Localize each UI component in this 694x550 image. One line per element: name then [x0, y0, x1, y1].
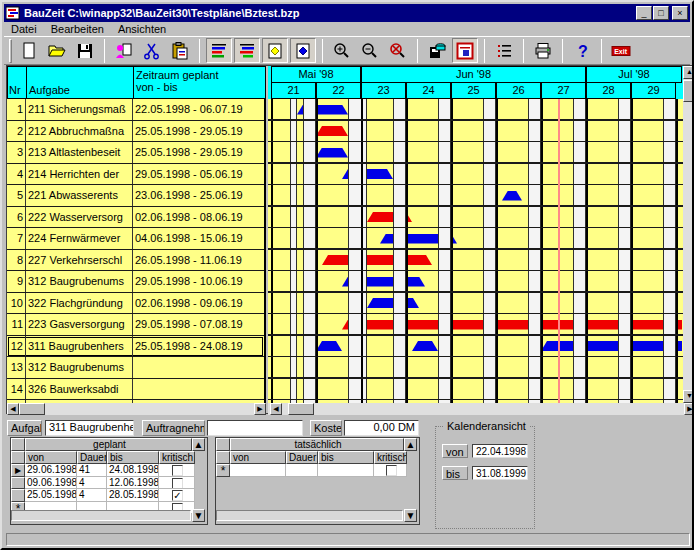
scroll-left-button[interactable]: ◀: [270, 403, 282, 415]
gantt-vertical-scrollbar[interactable]: ▲ ▼: [683, 66, 694, 403]
row-nr-cell[interactable]: 10: [7, 293, 26, 314]
grid-row-selector[interactable]: *: [216, 464, 230, 477]
aufgabe-input[interactable]: 311 Baugrubenherst: [45, 420, 134, 436]
row-zeitraum-cell[interactable]: 23.06.1998 - 25.06.19: [133, 185, 266, 206]
grid-horizontal-scrollbar[interactable]: [216, 510, 403, 521]
row-nr-cell[interactable]: 14: [7, 379, 26, 400]
row-aufgabe-cell[interactable]: 322 Flachgründung: [26, 293, 133, 314]
zoom-reset-button[interactable]: [385, 38, 411, 63]
menu-bearbeiten[interactable]: Bearbeiten: [44, 23, 111, 35]
row-nr-cell[interactable]: 11: [7, 314, 26, 335]
gantt-bar-blue[interactable]: [412, 341, 438, 351]
calendar-button[interactable]: [452, 38, 478, 63]
gantt-bar-red[interactable]: [322, 255, 432, 265]
gantt-bar-red[interactable]: [316, 126, 348, 136]
row-zeitraum-cell[interactable]: 25.05.1998 - 29.05.19: [133, 142, 266, 163]
grid-cell-dauer[interactable]: 4: [77, 489, 107, 502]
view-blue-diamond-button[interactable]: [290, 38, 316, 63]
row-aufgabe-cell[interactable]: 312 Baugrubenums: [26, 357, 133, 378]
row-aufgabe-cell[interactable]: 223 Gasversorgung: [26, 314, 133, 335]
zoom-out-button[interactable]: [357, 38, 383, 63]
table-row[interactable]: 1211 Sicherungsmaß22.05.1998 - 06.07.19: [7, 99, 264, 121]
maximize-button[interactable]: □: [653, 6, 669, 20]
row-aufgabe-cell[interactable]: 222 Wasserversorg: [26, 207, 133, 228]
row-aufgabe-cell[interactable]: 213 Altlastenbeseit: [26, 142, 133, 163]
close-button[interactable]: ×: [672, 6, 688, 20]
grid-cell-dauer[interactable]: [286, 464, 318, 477]
row-zeitraum-cell[interactable]: 29.05.1998 - 10.06.19: [133, 271, 266, 292]
table-row[interactable]: 9312 Baugrubenums29.05.1998 - 10.06.19: [7, 271, 264, 293]
exit-button[interactable]: Exit: [608, 38, 634, 63]
row-aufgabe-cell[interactable]: 227 Verkehrserschl: [26, 250, 133, 271]
grid-scroll-down-button[interactable]: ▼: [192, 509, 205, 522]
row-zeitraum-cell[interactable]: 29.05.1998 - 05.06.19: [133, 164, 266, 185]
kalender-von-input[interactable]: 22.04.1998: [472, 444, 528, 458]
save-file-button[interactable]: [72, 38, 98, 63]
gantt-bar-blue[interactable]: [541, 341, 682, 351]
table-row[interactable]: 11223 Gasversorgung29.05.1998 - 07.08.19: [7, 314, 264, 336]
grid-cell-von[interactable]: 25.05.1998: [25, 489, 77, 502]
row-zeitraum-cell[interactable]: 25.05.1998 - 24.08.19: [133, 336, 266, 357]
grid-scroll-up-button[interactable]: ▲: [192, 438, 205, 451]
row-zeitraum-cell[interactable]: 22.05.1998 - 06.07.19: [133, 99, 266, 120]
menu-ansichten[interactable]: Ansichten: [111, 23, 173, 35]
help-button[interactable]: ?: [569, 38, 595, 63]
grid-cell-dauer[interactable]: 41: [77, 464, 107, 477]
kosten-input[interactable]: 0,00 DM: [344, 420, 419, 436]
kritisch-checkbox[interactable]: [172, 465, 183, 476]
row-nr-cell[interactable]: 4: [7, 164, 26, 185]
row-nr-cell[interactable]: 2: [7, 121, 26, 142]
database-button[interactable]: [424, 38, 450, 63]
row-nr-cell[interactable]: 9: [7, 271, 26, 292]
row-aufgabe-cell[interactable]: 326 Bauwerksabdi: [26, 379, 133, 400]
zoom-in-button[interactable]: [329, 38, 355, 63]
row-nr-cell[interactable]: 3: [7, 142, 26, 163]
table-row[interactable]: 10322 Flachgründung02.06.1998 - 09.06.19: [7, 293, 264, 315]
table-row[interactable]: 13312 Baugrubenums: [7, 357, 264, 379]
grid-cell-bis[interactable]: 12.06.1998: [107, 477, 159, 490]
grid-cell-bis[interactable]: [318, 464, 374, 477]
grid-row-selector[interactable]: [11, 477, 25, 490]
grid-cell-bis[interactable]: 24.08.1998: [107, 464, 159, 477]
row-nr-cell[interactable]: 6: [7, 207, 26, 228]
title-bar[interactable]: BauZeit C:\winapp32\BauZeit30\Testpläne\…: [4, 4, 690, 22]
row-aufgabe-cell[interactable]: 214 Herrichten der: [26, 164, 133, 185]
grid-cell-dauer[interactable]: 4: [77, 477, 107, 490]
kritisch-checkbox[interactable]: [386, 465, 397, 476]
row-nr-cell[interactable]: 7: [7, 228, 26, 249]
scroll-right-button[interactable]: ▶: [254, 403, 266, 415]
gantt-bar-blue[interactable]: [502, 191, 522, 201]
view-planned-bars-button[interactable]: [206, 38, 232, 63]
row-zeitraum-cell[interactable]: [133, 379, 266, 400]
auftragnehmer-input[interactable]: [207, 420, 303, 436]
cut-button[interactable]: [139, 38, 165, 63]
paste-button[interactable]: [167, 38, 193, 63]
kalender-bis-input[interactable]: 31.08.1999: [472, 466, 528, 480]
table-horizontal-scrollbar[interactable]: ◀ ▶: [7, 403, 266, 415]
row-nr-cell[interactable]: 1: [7, 99, 26, 120]
table-row[interactable]: 4214 Herrichten der29.05.1998 - 05.06.19: [7, 164, 264, 186]
row-nr-cell[interactable]: 13: [7, 357, 26, 378]
view-yellow-diamond-button[interactable]: [262, 38, 288, 63]
view-actual-bars-button[interactable]: [234, 38, 260, 63]
row-zeitraum-cell[interactable]: 25.05.1998 - 29.05.19: [133, 121, 266, 142]
minimize-button[interactable]: _: [636, 6, 652, 20]
row-aufgabe-cell[interactable]: 221 Abwasserents: [26, 185, 133, 206]
row-zeitraum-cell[interactable]: 26.05.1998 - 11.06.19: [133, 250, 266, 271]
row-zeitraum-cell[interactable]: 29.05.1998 - 07.08.19: [133, 314, 266, 335]
row-aufgabe-cell[interactable]: 212 Abbruchmaßna: [26, 121, 133, 142]
scroll-up-button[interactable]: ▲: [683, 66, 694, 79]
gantt-bar-blue[interactable]: [316, 148, 348, 158]
grid-cell-bis[interactable]: 28.05.1998: [107, 489, 159, 502]
grid-row-selector[interactable]: ▶: [11, 464, 25, 477]
scroll-right-button[interactable]: ▶: [684, 403, 694, 415]
table-row[interactable]: 7224 Fernwärmever04.06.1998 - 15.06.19: [7, 228, 264, 250]
row-zeitraum-cell[interactable]: 02.06.1998 - 09.06.19: [133, 293, 266, 314]
table-row[interactable]: 2212 Abbruchmaßna25.05.1998 - 29.05.19: [7, 121, 264, 143]
task-list-button[interactable]: [491, 38, 517, 63]
new-document-button[interactable]: [16, 38, 42, 63]
table-row[interactable]: 12311 Baugrubenhers25.05.1998 - 24.08.19: [7, 336, 264, 358]
open-file-button[interactable]: [44, 38, 70, 63]
scroll-left-button[interactable]: ◀: [7, 403, 19, 415]
table-row[interactable]: 6222 Wasserversorg02.06.1998 - 08.06.19: [7, 207, 264, 229]
